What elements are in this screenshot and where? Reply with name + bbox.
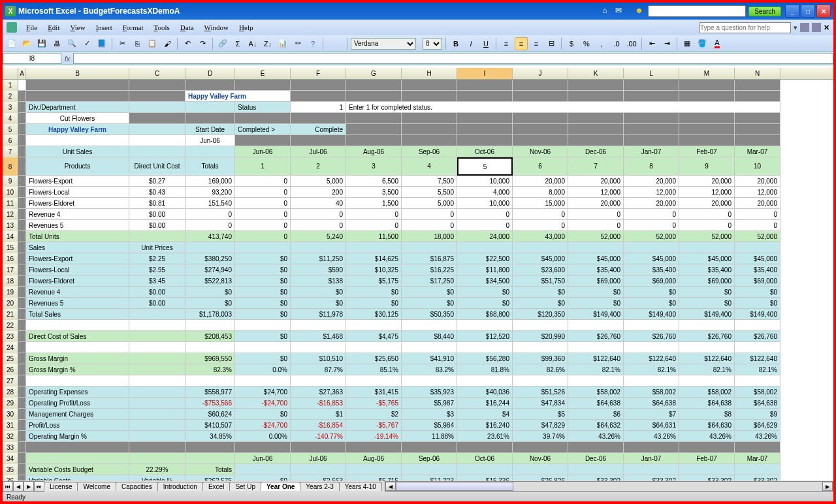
chart-icon[interactable]: 📊 [276, 37, 289, 50]
row-header-3[interactable]: 3 [3, 102, 18, 113]
copy-icon[interactable]: ⎘ [131, 37, 144, 50]
formula-input[interactable] [73, 53, 833, 64]
name-box[interactable] [3, 53, 61, 64]
home-icon[interactable]: ⌂ [602, 6, 613, 16]
borders-icon[interactable]: ▦ [681, 37, 694, 50]
sort-asc-icon[interactable]: A↓ [246, 37, 259, 50]
col-header-G[interactable]: G [346, 68, 402, 79]
tab-year-one[interactable]: Year One [261, 482, 300, 491]
font-color-icon[interactable]: A [711, 37, 724, 50]
tab-next-icon[interactable]: ▶ [24, 481, 34, 492]
bold-button[interactable]: B [449, 37, 462, 50]
horizontal-scrollbar[interactable]: ◀ ▶ [385, 481, 833, 492]
col-header-J[interactable]: J [513, 68, 568, 79]
redo-icon[interactable]: ↷ [196, 37, 209, 50]
menu-help[interactable]: Help [234, 22, 258, 33]
tab-welcome[interactable]: Welcome [77, 482, 116, 491]
format-painter-icon[interactable]: 🖌 [161, 37, 174, 50]
row-header-21[interactable]: 21 [3, 309, 18, 320]
col-header-N[interactable]: N [735, 68, 780, 79]
row-header-1[interactable]: 1 [3, 80, 18, 91]
tab-capacities[interactable]: Capacities [116, 482, 158, 491]
tab-excel[interactable]: Excel [202, 482, 230, 491]
help-search[interactable] [699, 22, 791, 33]
row-header-12[interactable]: 12 [3, 209, 18, 220]
tab-years-4-10[interactable]: Years 4-10 [339, 482, 382, 491]
row-header-35[interactable]: 35 [3, 464, 18, 475]
menu-tools[interactable]: Tools [149, 22, 175, 33]
row-header-7[interactable]: 7 [3, 146, 18, 157]
row-header-11[interactable]: 11 [3, 198, 18, 209]
drawing-icon[interactable]: ✏ [291, 37, 304, 50]
row-header-2[interactable]: 2 [3, 91, 18, 102]
row-header-9[interactable]: 9 [3, 176, 18, 187]
col-header-F[interactable]: F [291, 68, 346, 79]
close-button[interactable]: ✕ [816, 5, 831, 18]
menu-format[interactable]: Format [118, 22, 149, 33]
row-header-25[interactable]: 25 [3, 353, 18, 364]
row-header-4[interactable]: 4 [3, 113, 18, 124]
row-header-27[interactable]: 27 [3, 375, 18, 386]
menu-view[interactable]: View [65, 22, 90, 33]
row-header-30[interactable]: 30 [3, 409, 18, 420]
row-header-10[interactable]: 10 [3, 187, 18, 198]
row-header-31[interactable]: 31 [3, 420, 18, 431]
fx-icon[interactable]: fx [61, 55, 73, 63]
help-icon[interactable]: ? [306, 37, 319, 50]
maximize-button[interactable]: □ [801, 5, 815, 18]
fill-color-icon[interactable]: 🪣 [696, 37, 709, 50]
row-header-28[interactable]: 28 [3, 386, 18, 398]
new-icon[interactable]: 📄 [5, 37, 18, 50]
link-icon[interactable]: 🔗 [216, 37, 229, 50]
minimize-button[interactable]: _ [785, 5, 799, 18]
merge-icon[interactable]: ⊟ [545, 37, 558, 50]
col-header-A[interactable]: A [18, 68, 26, 79]
row-header-32[interactable]: 32 [3, 431, 18, 442]
mail-icon[interactable]: ✉ [615, 6, 626, 16]
row-header-6[interactable]: 6 [3, 135, 18, 146]
tab-last-icon[interactable]: ⏭ [34, 481, 44, 492]
doc-restore[interactable] [812, 23, 821, 32]
search-button[interactable]: Search [748, 7, 781, 16]
row-header-19[interactable]: 19 [3, 287, 18, 298]
row-header-16[interactable]: 16 [3, 253, 18, 264]
menu-edit[interactable]: Edit [42, 22, 65, 33]
select-all[interactable] [3, 68, 18, 79]
row-header-26[interactable]: 26 [3, 364, 18, 375]
col-header-D[interactable]: D [185, 68, 235, 79]
col-header-M[interactable]: M [679, 68, 735, 79]
comma-icon[interactable]: , [595, 37, 608, 50]
research-icon[interactable]: 📘 [95, 37, 108, 50]
tab-introduction[interactable]: Introduction [157, 482, 203, 491]
title-search-input[interactable] [648, 5, 746, 17]
percent-icon[interactable]: % [580, 37, 593, 50]
col-header-K[interactable]: K [568, 68, 624, 79]
row-header-8[interactable]: 8 [3, 157, 18, 176]
row-header-15[interactable]: 15 [3, 242, 18, 253]
tab-prev-icon[interactable]: ◀ [13, 481, 24, 492]
font-size-select[interactable]: 8 [423, 38, 442, 50]
paste-icon[interactable]: 📋 [146, 37, 159, 50]
print-icon[interactable]: 🖶 [50, 37, 63, 50]
undo-icon[interactable]: ↶ [181, 37, 194, 50]
sort-desc-icon[interactable]: Z↓ [261, 37, 274, 50]
preview-icon[interactable]: 🔍 [65, 37, 78, 50]
col-header-I[interactable]: I [457, 68, 513, 79]
sum-icon[interactable]: Σ [231, 37, 244, 50]
menu-data[interactable]: Data [175, 22, 199, 33]
underline-button[interactable]: U [479, 37, 492, 50]
col-header-H[interactable]: H [402, 68, 457, 79]
tab-years-2-3[interactable]: Years 2-3 [300, 482, 339, 491]
row-header-34[interactable]: 34 [3, 453, 18, 464]
currency-icon[interactable]: $ [565, 37, 578, 50]
menu-window[interactable]: Window [199, 22, 234, 33]
spell-icon[interactable]: ✓ [80, 37, 93, 50]
italic-button[interactable]: I [464, 37, 477, 50]
scroll-left-icon[interactable]: ◀ [385, 482, 396, 491]
menu-file[interactable]: File [21, 22, 42, 33]
col-header-L[interactable]: L [624, 68, 679, 79]
doc-minimize[interactable] [800, 23, 809, 32]
worksheet-grid[interactable]: ABCDEFGHIJKLMN 12Happy Valley Farm3Div./… [3, 68, 833, 482]
col-header-B[interactable]: B [26, 68, 129, 79]
menu-insert[interactable]: Insert [91, 22, 118, 33]
